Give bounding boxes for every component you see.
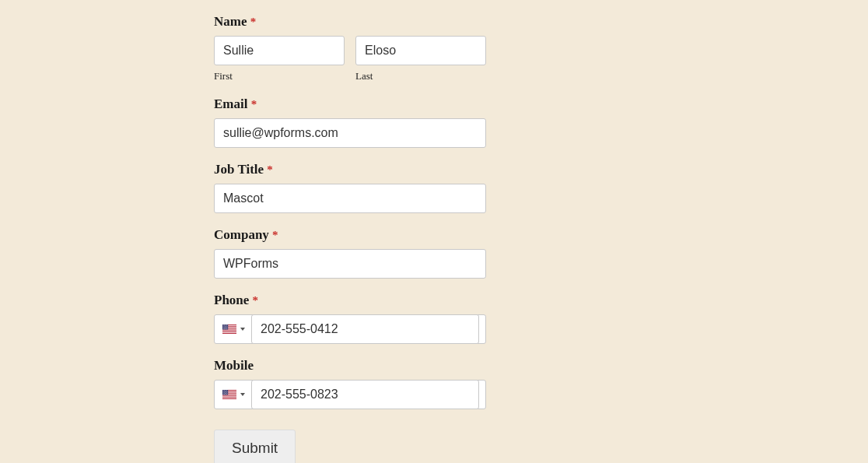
- mobile-country-selector[interactable]: [222, 390, 251, 399]
- job-title-label-text: Job Title: [214, 162, 264, 177]
- phone-field-group: Phone *: [214, 293, 486, 344]
- name-label-text: Name: [214, 14, 247, 29]
- name-label: Name *: [214, 14, 486, 30]
- email-label: Email *: [214, 96, 486, 112]
- phone-input-wrap: [214, 314, 486, 344]
- company-input[interactable]: [214, 249, 486, 279]
- required-marker: *: [272, 229, 278, 241]
- mobile-label-text: Mobile: [214, 358, 254, 373]
- last-name-input[interactable]: [355, 36, 486, 65]
- phone-label-text: Phone: [214, 293, 249, 307]
- last-name-col: Last: [355, 36, 486, 82]
- email-field-group: Email *: [214, 96, 486, 148]
- us-flag-icon: [222, 324, 236, 334]
- mobile-field-group: Mobile: [214, 358, 486, 409]
- required-marker: *: [250, 16, 257, 28]
- contact-form: Name * First Last Email * Job Title *: [214, 14, 486, 463]
- job-title-field-group: Job Title *: [214, 162, 486, 213]
- email-label-text: Email: [214, 96, 247, 111]
- submit-button[interactable]: Submit: [214, 430, 296, 463]
- job-title-input[interactable]: [214, 184, 486, 213]
- required-marker: *: [267, 163, 273, 176]
- first-name-col: First: [214, 36, 345, 82]
- phone-input[interactable]: [251, 314, 479, 344]
- job-title-label: Job Title *: [214, 162, 486, 177]
- mobile-input[interactable]: [251, 380, 479, 409]
- phone-country-selector[interactable]: [222, 324, 251, 334]
- chevron-down-icon: [240, 328, 245, 331]
- first-name-sublabel: First: [214, 70, 345, 82]
- last-name-sublabel: Last: [355, 70, 486, 82]
- phone-label: Phone *: [214, 293, 486, 308]
- company-label-text: Company: [214, 227, 269, 242]
- mobile-label: Mobile: [214, 358, 486, 374]
- mobile-input-wrap: [214, 380, 486, 409]
- required-marker: *: [253, 294, 259, 307]
- first-name-input[interactable]: [214, 36, 345, 65]
- us-flag-icon: [222, 390, 236, 399]
- email-input[interactable]: [214, 118, 486, 148]
- chevron-down-icon: [240, 393, 245, 396]
- required-marker: *: [251, 98, 257, 110]
- name-field-group: Name * First Last: [214, 14, 486, 82]
- company-field-group: Company *: [214, 227, 486, 279]
- company-label: Company *: [214, 227, 486, 243]
- name-input-row: First Last: [214, 36, 486, 82]
